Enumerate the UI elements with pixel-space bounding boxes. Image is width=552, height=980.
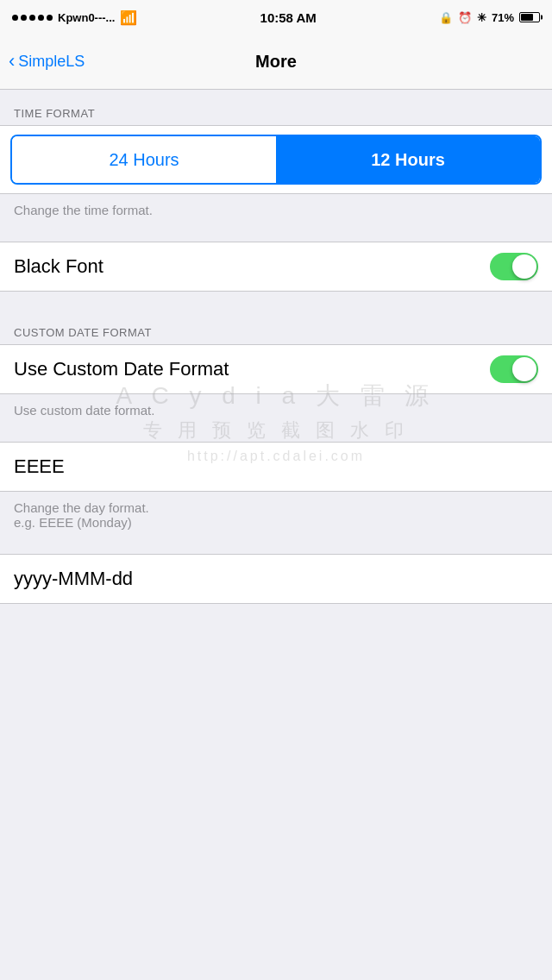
bluetooth-icon: ✳ — [477, 11, 486, 24]
battery-percent: 71% — [492, 11, 514, 24]
status-right: 🔒 ⏰ ✳ 71% — [439, 11, 540, 24]
segment-control-wrapper: 24 Hours 12 Hours — [0, 125, 552, 194]
custom-date-format-toggle[interactable] — [490, 355, 538, 383]
content: TIME FORMAT 24 Hours 12 Hours Change the… — [0, 90, 552, 604]
date-format-value: yyyy-MMM-dd — [14, 568, 133, 590]
spacer-5 — [0, 540, 552, 554]
status-bar: Kpwn0---... 📶 10:58 AM 🔒 ⏰ ✳ 71% — [0, 0, 552, 35]
nav-bar: ‹ SimpleLS More — [0, 35, 552, 90]
signal-dots — [12, 15, 53, 21]
status-left: Kpwn0---... 📶 — [12, 9, 137, 26]
custom-date-description: Use custom date format. — [0, 394, 552, 428]
custom-date-format-toggle-thumb — [512, 357, 536, 381]
day-format-value: EEEE — [14, 455, 65, 478]
alarm-icon: ⏰ — [458, 11, 472, 24]
lock-icon: 🔒 — [439, 11, 453, 24]
time-format-segment-control[interactable]: 24 Hours 12 Hours — [10, 135, 542, 185]
status-time: 10:58 AM — [260, 10, 317, 25]
page-title: More — [255, 52, 297, 72]
black-font-toggle-thumb — [512, 254, 536, 279]
day-format-description: Change the day format. e.g. EEEE (Monday… — [0, 492, 552, 540]
time-format-description: Change the time format. — [0, 194, 552, 228]
time-format-section-header: TIME FORMAT — [0, 100, 552, 125]
carrier-text: Kpwn0---... — [58, 11, 115, 24]
segment-12hours[interactable]: 12 Hours — [276, 136, 540, 183]
battery-icon — [519, 12, 540, 22]
spacer-2 — [0, 292, 552, 305]
black-font-toggle[interactable] — [490, 253, 538, 280]
back-button[interactable]: ‹ SimpleLS — [9, 53, 85, 71]
black-font-label: Black Font — [14, 255, 104, 278]
spacer-4 — [0, 428, 552, 442]
wifi-icon: 📶 — [120, 9, 137, 26]
black-font-row: Black Font — [0, 242, 552, 292]
date-format-row[interactable]: yyyy-MMM-dd — [0, 554, 552, 604]
custom-date-section-header: CUSTOM DATE FORMAT — [0, 319, 552, 344]
day-format-row[interactable]: EEEE — [0, 442, 552, 492]
segment-24hours[interactable]: 24 Hours — [12, 136, 276, 183]
spacer-1 — [0, 228, 552, 242]
back-label: SimpleLS — [18, 53, 85, 71]
custom-date-format-row: Use Custom Date Format — [0, 344, 552, 394]
battery-icon-container — [519, 12, 540, 22]
back-chevron-icon: ‹ — [9, 52, 15, 71]
custom-date-format-label: Use Custom Date Format — [14, 358, 229, 380]
spacer-3 — [0, 305, 552, 319]
battery-fill — [521, 14, 533, 21]
